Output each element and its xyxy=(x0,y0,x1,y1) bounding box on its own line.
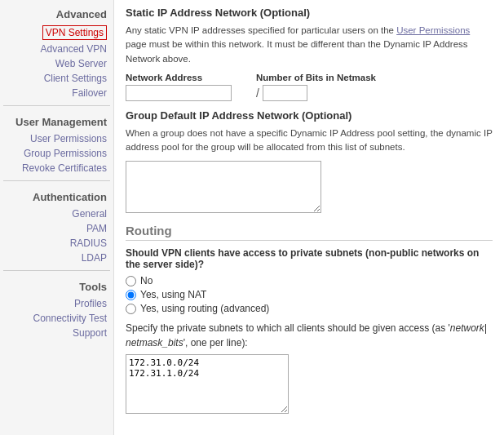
sidebar-item-group-permissions[interactable]: Group Permissions xyxy=(0,146,113,161)
sidebar-item-revoke-certificates[interactable]: Revoke Certificates xyxy=(0,161,113,175)
network-address-input[interactable] xyxy=(126,85,232,101)
sidebar-section-tools: Tools xyxy=(0,276,113,296)
routing-subnets-textarea[interactable]: 172.31.0.0/24 172.31.1.0/24 xyxy=(126,354,289,414)
netmask-label: Number of Bits in Netmask xyxy=(256,73,376,82)
sidebar: Advanced VPN Settings Advanced VPN Web S… xyxy=(0,0,114,435)
sidebar-item-vpn-settings[interactable]: VPN Settings xyxy=(0,24,113,42)
sidebar-item-general[interactable]: General xyxy=(0,206,113,221)
routing-specify-desc: Specify the private subnets to which all… xyxy=(126,321,493,350)
sidebar-item-profiles[interactable]: Profiles xyxy=(0,296,113,311)
routing-title: Routing xyxy=(126,224,493,241)
netmask-input[interactable] xyxy=(263,85,307,101)
main-content: Static IP Address Network (Optional) Any… xyxy=(114,0,504,435)
network-address-label: Network Address xyxy=(126,73,232,82)
static-ip-desc: Any static VPN IP addresses specified fo… xyxy=(126,24,493,66)
sidebar-item-ldap[interactable]: LDAP xyxy=(0,251,113,265)
sidebar-section-authentication: Authentication xyxy=(0,186,113,206)
radio-no-label: No xyxy=(140,275,153,286)
radio-yes-routing-input[interactable] xyxy=(126,304,136,314)
slash-separator: / xyxy=(256,87,259,100)
group-default-textarea[interactable] xyxy=(126,161,321,213)
sidebar-item-user-permissions[interactable]: User Permissions xyxy=(0,131,113,146)
sidebar-item-client-settings[interactable]: Client Settings xyxy=(0,71,113,86)
static-ip-title: Static IP Address Network (Optional) xyxy=(126,7,493,19)
user-permissions-link[interactable]: User Permissions xyxy=(396,25,470,35)
routing-radio-group: No Yes, using NAT Yes, using routing (ad… xyxy=(126,275,493,314)
sidebar-item-radius[interactable]: RADIUS xyxy=(0,236,113,251)
sidebar-item-pam[interactable]: PAM xyxy=(0,221,113,236)
sidebar-item-connectivity-test[interactable]: Connectivity Test xyxy=(0,311,113,326)
radio-yes-nat: Yes, using NAT xyxy=(126,289,493,300)
routing-question: Should VPN clients have access to privat… xyxy=(126,247,493,270)
group-default-desc: When a group does not have a specific Dy… xyxy=(126,127,493,155)
sidebar-section-advanced: Advanced xyxy=(0,3,113,24)
sidebar-item-failover[interactable]: Failover xyxy=(0,86,113,100)
radio-yes-nat-input[interactable] xyxy=(126,290,136,300)
sidebar-item-support[interactable]: Support xyxy=(0,326,113,340)
radio-yes-routing-label: Yes, using routing (advanced) xyxy=(140,303,269,314)
sidebar-item-web-server[interactable]: Web Server xyxy=(0,56,113,71)
radio-yes-nat-label: Yes, using NAT xyxy=(140,289,206,300)
group-default-title: Group Default IP Address Network (Option… xyxy=(126,109,493,122)
radio-no: No xyxy=(126,275,493,286)
routing-section: Routing Should VPN clients have access t… xyxy=(126,224,493,416)
radio-yes-routing: Yes, using routing (advanced) xyxy=(126,303,493,314)
sidebar-item-advanced-vpn[interactable]: Advanced VPN xyxy=(0,42,113,56)
radio-no-input[interactable] xyxy=(126,276,136,286)
network-address-group: Network Address xyxy=(126,73,232,101)
netmask-group: Number of Bits in Netmask / xyxy=(256,73,376,101)
sidebar-section-user-management: User Management xyxy=(0,111,113,131)
